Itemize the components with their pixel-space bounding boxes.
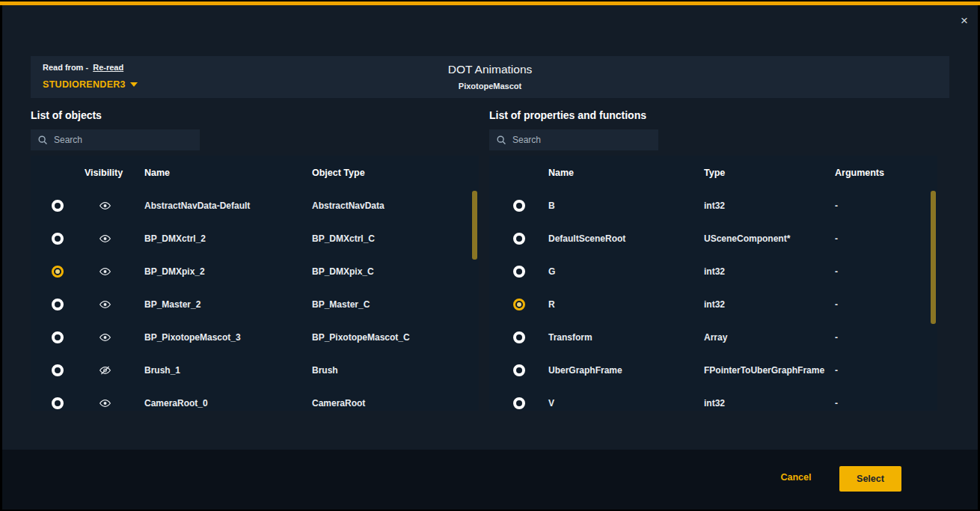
property-type: int32	[704, 255, 835, 288]
objects-search	[31, 129, 200, 150]
object-row[interactable]: BP_DMXpix_2BP_DMXpix_C	[31, 255, 479, 288]
property-row[interactable]: Vint32-	[489, 387, 937, 411]
search-icon	[496, 135, 506, 145]
properties-search-input[interactable]	[512, 135, 652, 145]
eye-icon[interactable]	[99, 399, 111, 408]
property-arguments: -	[835, 189, 937, 222]
object-type: Brush	[312, 354, 479, 387]
object-visibility-cell	[85, 321, 144, 354]
property-row[interactable]: Gint32-	[489, 255, 937, 288]
objects-table: Visibility Name Object Type AbstractNavD…	[31, 156, 479, 411]
object-name: BP_DMXpix_2	[144, 255, 312, 288]
property-radio[interactable]	[513, 331, 525, 343]
properties-scrollbar[interactable]	[931, 191, 936, 324]
object-type: CameraRoot	[312, 387, 479, 411]
object-row[interactable]: BP_PixotopeMascot_3BP_PixotopeMascot_C	[31, 321, 479, 354]
column-header-name: Name	[144, 156, 312, 189]
property-type: int32	[704, 189, 835, 222]
properties-table: Name Type Arguments Bint32-DefaultSceneR…	[489, 156, 937, 411]
object-name: BP_DMXctrl_2	[144, 222, 312, 255]
property-row[interactable]: Rint32-	[489, 288, 937, 321]
object-radio-cell	[31, 255, 85, 288]
property-radio-cell	[489, 189, 548, 222]
property-row[interactable]: DefaultSceneRootUSceneComponent*-	[489, 222, 937, 255]
property-radio[interactable]	[513, 299, 525, 310]
object-radio[interactable]	[52, 233, 64, 245]
dialog-window: × Read from - Re-read STUDIORENDER3 DOT …	[0, 0, 980, 511]
object-type: BP_PixotopeMascot_C	[312, 321, 479, 354]
object-type: BP_Master_C	[312, 288, 479, 321]
object-visibility-cell	[85, 255, 144, 288]
objects-scrollbar[interactable]	[472, 191, 477, 260]
object-row[interactable]: AbstractNavData-DefaultAbstractNavData	[31, 189, 479, 222]
header-spacer	[489, 156, 548, 189]
property-radio[interactable]	[513, 364, 525, 376]
eye-icon[interactable]	[99, 300, 111, 309]
object-radio[interactable]	[52, 266, 64, 278]
object-radio[interactable]	[52, 397, 64, 409]
property-row[interactable]: UberGraphFrameFPointerToUberGraphFrame-	[489, 354, 937, 387]
object-radio-cell	[31, 321, 85, 354]
object-radio[interactable]	[52, 364, 64, 376]
property-radio-cell	[489, 288, 548, 321]
object-visibility-cell	[85, 387, 144, 411]
select-button[interactable]: Select	[839, 466, 901, 492]
object-row[interactable]: CameraRoot_0CameraRoot	[31, 387, 479, 411]
object-radio[interactable]	[52, 331, 64, 343]
header-panel: Read from - Re-read STUDIORENDER3 DOT An…	[31, 56, 949, 98]
property-type: Array	[704, 321, 835, 354]
footer-bar	[2, 450, 978, 510]
property-type: FPointerToUberGraphFrame	[704, 354, 835, 387]
property-type: USceneComponent*	[704, 222, 835, 255]
properties-panel-title: List of properties and functions	[489, 109, 646, 121]
object-name: CameraRoot_0	[144, 387, 312, 411]
object-radio[interactable]	[52, 299, 64, 310]
objects-search-input[interactable]	[54, 135, 193, 145]
property-type: int32	[704, 387, 835, 411]
object-type: AbstractNavData	[312, 189, 479, 222]
object-visibility-cell	[85, 288, 144, 321]
property-arguments: -	[835, 255, 937, 288]
object-row[interactable]: BP_Master_2BP_Master_C	[31, 288, 479, 321]
object-radio[interactable]	[52, 200, 64, 212]
eye-icon[interactable]	[99, 201, 111, 210]
close-icon[interactable]: ×	[957, 13, 972, 28]
objects-panel-title: List of objects	[31, 109, 102, 121]
eye-icon[interactable]	[99, 267, 111, 276]
property-arguments: -	[835, 387, 937, 411]
object-name: BP_Master_2	[144, 288, 312, 321]
eye-icon[interactable]	[99, 333, 111, 342]
eye-off-icon[interactable]	[99, 366, 111, 375]
property-arguments: -	[835, 288, 937, 321]
property-row[interactable]: Bint32-	[489, 189, 937, 222]
properties-table-body: Bint32-DefaultSceneRootUSceneComponent*-…	[489, 189, 937, 411]
object-row[interactable]: Brush_1Brush	[31, 354, 479, 387]
cancel-button[interactable]: Cancel	[778, 472, 814, 483]
column-header-name: Name	[548, 156, 704, 189]
property-radio[interactable]	[513, 397, 525, 409]
object-type: BP_DMXctrl_C	[312, 222, 479, 255]
property-radio-cell	[489, 255, 548, 288]
dialog-subtitle: PixotopeMascot	[31, 82, 949, 91]
property-arguments: -	[835, 321, 937, 354]
property-radio[interactable]	[513, 200, 525, 212]
property-row[interactable]: TransformArray-	[489, 321, 937, 354]
object-row[interactable]: BP_DMXctrl_2BP_DMXctrl_C	[31, 222, 479, 255]
object-type: BP_DMXpix_C	[312, 255, 479, 288]
property-name: G	[548, 255, 704, 288]
object-visibility-cell	[85, 354, 144, 387]
column-header-object-type: Object Type	[312, 156, 479, 189]
objects-table-body: AbstractNavData-DefaultAbstractNavDataBP…	[31, 189, 479, 411]
property-radio[interactable]	[513, 266, 525, 278]
object-visibility-cell	[85, 189, 144, 222]
eye-icon[interactable]	[99, 234, 111, 243]
property-name: V	[548, 387, 704, 411]
column-header-visibility: Visibility	[85, 156, 144, 189]
property-radio[interactable]	[513, 233, 525, 245]
properties-search	[489, 129, 658, 150]
header-spacer	[31, 156, 85, 189]
property-name: DefaultSceneRoot	[548, 222, 704, 255]
object-radio-cell	[31, 222, 85, 255]
property-radio-cell	[489, 222, 548, 255]
column-header-arguments: Arguments	[835, 156, 937, 189]
